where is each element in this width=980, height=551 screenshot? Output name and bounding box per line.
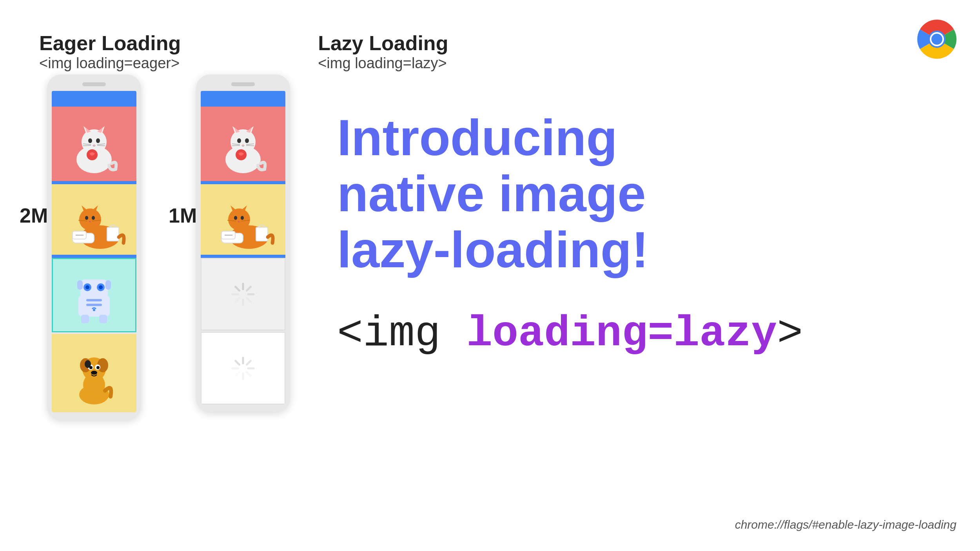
svg-point-23 [92, 216, 95, 220]
eager-title: Eager Loading [39, 31, 181, 55]
code-highlight: loading=lazy [466, 309, 777, 358]
svg-point-38 [99, 285, 103, 289]
eager-slot-3 [52, 258, 136, 332]
eager-phone-screen [52, 91, 136, 412]
eager-slot-1 [52, 107, 136, 181]
svg-line-88 [247, 286, 251, 290]
lazy-divider-1 [201, 181, 285, 184]
svg-rect-39 [86, 299, 102, 301]
svg-point-37 [85, 285, 89, 289]
svg-point-70 [228, 208, 250, 230]
lazy-slot-2 [201, 184, 285, 255]
svg-line-14 [83, 145, 91, 146]
svg-rect-42 [99, 315, 107, 323]
lazy-browser-bar [201, 91, 285, 107]
svg-point-19 [79, 208, 101, 230]
svg-point-53 [91, 371, 97, 375]
intro-line1: Introducing [337, 109, 617, 166]
svg-point-52 [96, 366, 100, 369]
lazy-slot-3 [201, 258, 285, 330]
svg-line-65 [232, 145, 240, 146]
svg-point-73 [234, 216, 237, 220]
svg-rect-41 [81, 315, 89, 323]
svg-point-62 [245, 138, 249, 143]
svg-point-10 [88, 138, 92, 143]
svg-line-89 [236, 298, 240, 302]
eager-slot-2 [52, 184, 136, 255]
lazy-phone [196, 74, 290, 412]
svg-point-3 [931, 34, 942, 45]
eager-divider-1 [52, 181, 136, 184]
lazy-title: Lazy Loading [318, 31, 448, 55]
svg-point-74 [241, 216, 244, 220]
svg-rect-40 [86, 304, 102, 306]
svg-line-16 [97, 145, 105, 146]
eager-slot-4 [52, 334, 136, 412]
svg-point-54 [85, 360, 91, 368]
lazy-slot-4 [201, 332, 285, 404]
svg-point-11 [96, 138, 100, 143]
svg-point-43 [93, 309, 95, 311]
eager-label-block: Eager Loading <img loading=eager> [39, 31, 181, 72]
phone-notch-lazy [231, 82, 255, 86]
eager-code: <img loading=eager> [39, 55, 181, 72]
code-suffix: > [777, 309, 803, 358]
svg-line-96 [247, 361, 251, 364]
lazy-slot-1 [201, 107, 285, 181]
code-snippet: <img loading=lazy> [337, 309, 933, 358]
svg-line-94 [236, 361, 240, 364]
svg-line-86 [236, 286, 240, 290]
svg-line-87 [247, 298, 251, 302]
svg-point-22 [85, 216, 88, 220]
intro-line3: lazy-loading! [337, 221, 648, 278]
svg-line-67 [246, 145, 254, 146]
lazy-divider-2 [201, 255, 285, 258]
intro-title: Introducing native image lazy-loading! [337, 110, 933, 278]
lazy-phone-screen [201, 91, 285, 404]
code-prefix: <img [337, 309, 466, 358]
section-labels: Eager Loading <img loading=eager> Lazy L… [39, 31, 448, 72]
right-text-section: Introducing native image lazy-loading! <… [337, 110, 933, 358]
footnote: chrome://flags/#enable-lazy-image-loadin… [735, 518, 956, 531]
svg-rect-34 [105, 280, 111, 290]
svg-rect-81 [256, 227, 268, 241]
lazy-code: <img loading=lazy> [318, 55, 448, 72]
eager-browser-bar [52, 91, 136, 107]
svg-rect-33 [77, 280, 83, 290]
lazy-phone-body [196, 74, 290, 412]
svg-line-97 [236, 372, 240, 376]
svg-line-95 [247, 372, 251, 376]
lazy-label-block: Lazy Loading <img loading=lazy> [318, 31, 448, 72]
chrome-logo [913, 16, 960, 63]
eager-divider-2 [52, 255, 136, 258]
svg-rect-30 [107, 227, 119, 241]
eager-phone [47, 74, 141, 420]
phone-notch-eager [82, 82, 106, 86]
eager-phone-body [47, 74, 141, 420]
intro-line2: native image [337, 165, 646, 222]
svg-point-61 [237, 138, 241, 143]
